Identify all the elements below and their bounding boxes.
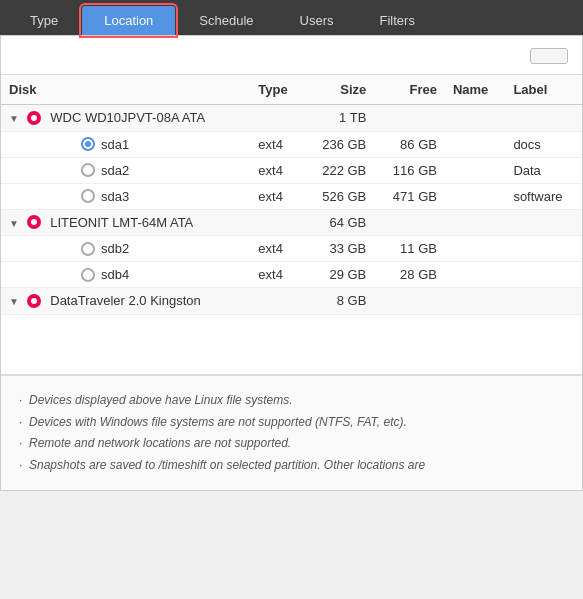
disk-fname-cell [445,288,505,315]
part-name-cell: sdb2 [1,236,250,262]
radio-button[interactable] [81,137,95,151]
disk-fname-cell [445,105,505,132]
disk-label-cell [505,209,582,236]
partition-row: sda2ext4222 GB116 GBData [1,157,582,183]
part-free: 116 GB [374,157,445,183]
col-disk: Disk [1,75,250,105]
tab-filters[interactable]: Filters [358,6,437,35]
part-fname [445,236,505,262]
radio-button[interactable] [81,268,95,282]
part-label [505,236,582,262]
table-header: Disk Type Size Free Name Label [1,75,582,105]
disk-table-body: ▼ WDC WD10JPVT-08A ATA 1 TBsda1ext4236 G… [1,105,582,315]
partition-name: sda1 [101,137,129,152]
disk-table: Disk Type Size Free Name Label ▼ WDC WD1… [1,75,582,315]
part-type: ext4 [250,157,303,183]
tab-users[interactable]: Users [278,6,356,35]
partition-row: sdb4ext429 GB28 GB [1,262,582,288]
disk-size-cell: 8 GB [304,288,375,315]
part-size: 29 GB [304,262,375,288]
part-size: 222 GB [304,157,375,183]
disk-row-0: ▼ WDC WD10JPVT-08A ATA 1 TB [1,105,582,132]
tab-bar: TypeLocationScheduleUsersFilters [0,0,583,35]
refresh-button[interactable] [530,48,568,64]
disk-name: LITEONIT LMT-64M ATA [50,215,193,230]
tab-schedule[interactable]: Schedule [177,6,275,35]
disk-label-cell [505,105,582,132]
part-name-cell: sda2 [1,157,250,183]
partition-name: sdb4 [101,267,129,282]
partition-row: sda3ext4526 GB471 GBsoftware [1,183,582,209]
part-size: 33 GB [304,236,375,262]
disk-type-cell [250,288,303,315]
disk-free-cell [374,209,445,236]
disk-size-cell: 64 GB [304,209,375,236]
part-free: 471 GB [374,183,445,209]
disk-name-cell: ▼ WDC WD10JPVT-08A ATA [1,105,250,132]
part-type: ext4 [250,236,303,262]
note-item: Devices displayed above have Linux file … [17,390,566,412]
part-free: 11 GB [374,236,445,262]
disk-icon [27,111,41,125]
disk-free-cell [374,105,445,132]
partition-name: sda3 [101,189,129,204]
radio-button[interactable] [81,163,95,177]
note-item: Devices with Windows file systems are no… [17,412,566,434]
col-type: Type [250,75,303,105]
partition-name: sdb2 [101,241,129,256]
col-label: Label [505,75,582,105]
disk-row-1: ▼ LITEONIT LMT-64M ATA 64 GB [1,209,582,236]
expand-arrow-icon[interactable]: ▼ [9,218,19,229]
part-label [505,262,582,288]
part-name-cell: sda1 [1,131,250,157]
disk-row-2: ▼ DataTraveler 2.0 Kingston 8 GB [1,288,582,315]
radio-button[interactable] [81,242,95,256]
radio-button[interactable] [81,189,95,203]
part-fname [445,183,505,209]
header-row [1,36,582,75]
note-item: Snapshots are saved to /timeshift on sel… [17,455,566,477]
tab-location[interactable]: Location [82,6,175,35]
disk-type-cell [250,209,303,236]
part-fname [445,262,505,288]
part-free: 86 GB [374,131,445,157]
partition-row: sdb2ext433 GB11 GB [1,236,582,262]
part-label: software [505,183,582,209]
disk-name-cell: ▼ LITEONIT LMT-64M ATA [1,209,250,236]
expand-arrow-icon[interactable]: ▼ [9,113,19,124]
partition-row: sda1ext4236 GB86 GBdocs [1,131,582,157]
part-size: 526 GB [304,183,375,209]
main-container: Disk Type Size Free Name Label ▼ WDC WD1… [0,35,583,491]
disk-size-cell: 1 TB [304,105,375,132]
tab-type[interactable]: Type [8,6,80,35]
note-item: Remote and network locations are not sup… [17,433,566,455]
disk-name: WDC WD10JPVT-08A ATA [50,110,205,125]
table-container: Disk Type Size Free Name Label ▼ WDC WD1… [1,75,582,375]
part-type: ext4 [250,183,303,209]
part-fname [445,131,505,157]
part-name-cell: sdb4 [1,262,250,288]
notes-section: Devices displayed above have Linux file … [1,375,582,490]
disk-free-cell [374,288,445,315]
disk-label-cell [505,288,582,315]
part-type: ext4 [250,262,303,288]
part-free: 28 GB [374,262,445,288]
col-free: Free [374,75,445,105]
col-name: Name [445,75,505,105]
expand-arrow-icon[interactable]: ▼ [9,296,19,307]
part-type: ext4 [250,131,303,157]
disk-icon [27,294,41,308]
disk-name-cell: ▼ DataTraveler 2.0 Kingston [1,288,250,315]
part-label: docs [505,131,582,157]
disk-type-cell [250,105,303,132]
disk-name: DataTraveler 2.0 Kingston [50,293,201,308]
part-fname [445,157,505,183]
partition-name: sda2 [101,163,129,178]
part-size: 236 GB [304,131,375,157]
part-label: Data [505,157,582,183]
disk-fname-cell [445,209,505,236]
col-size: Size [304,75,375,105]
disk-icon [27,215,41,229]
part-name-cell: sda3 [1,183,250,209]
